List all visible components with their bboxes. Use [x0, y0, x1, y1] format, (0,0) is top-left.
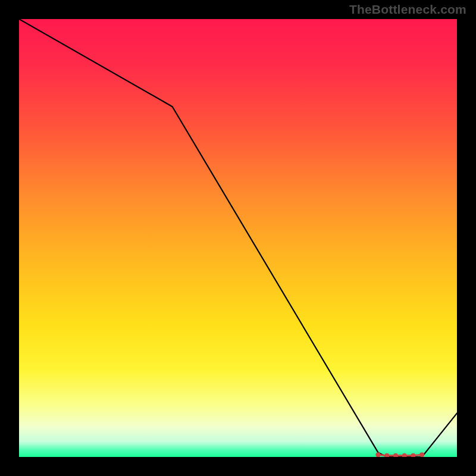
optimal-range-markers — [376, 452, 425, 457]
highlight-point — [402, 453, 407, 457]
highlight-point — [384, 453, 389, 457]
highlight-point — [419, 452, 424, 457]
plot-area — [19, 19, 457, 457]
highlight-point — [376, 452, 381, 457]
chart-container: TheBottleneck.com — [0, 0, 476, 476]
highlight-point — [411, 453, 415, 457]
watermark-label: TheBottleneck.com — [349, 2, 466, 17]
highlight-point — [393, 453, 398, 457]
bottleneck-curve — [19, 19, 457, 457]
chart-overlay — [19, 19, 457, 457]
